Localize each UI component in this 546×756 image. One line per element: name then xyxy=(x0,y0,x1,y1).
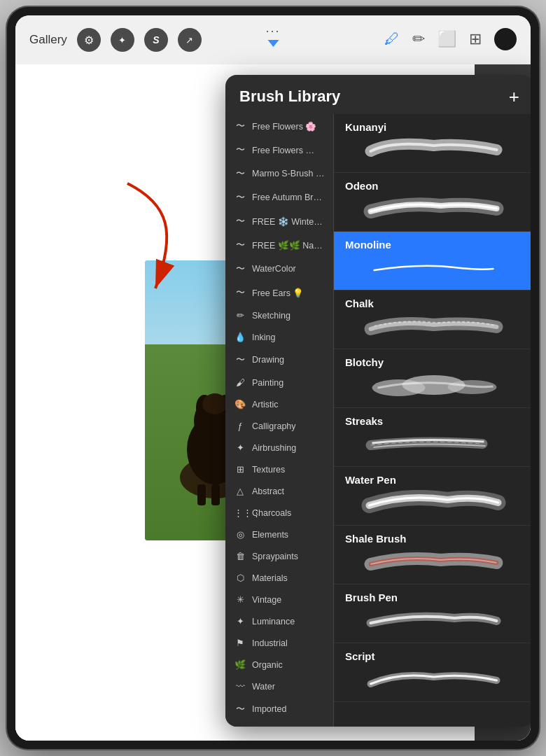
brush-name-chalk: Chalk xyxy=(345,298,522,309)
brush-item-blotchy[interactable]: Blotchy xyxy=(334,349,531,408)
panel-title: Brush Library xyxy=(239,88,340,106)
top-center: ··· xyxy=(265,24,280,47)
category-item-spraypaints[interactable]: 🗑Spraypaints xyxy=(225,545,333,567)
cat-icon-industrial: ⚑ xyxy=(234,638,246,648)
category-item-industrial[interactable]: ⚑Industrial xyxy=(225,632,333,654)
eraser-tool-icon[interactable]: ⬜ xyxy=(438,30,456,48)
cat-icon-imported: 〜 xyxy=(234,703,246,715)
category-item-charcoals[interactable]: ⋮⋮⋮Charcoals xyxy=(225,502,333,524)
gallery-button[interactable]: Gallery xyxy=(29,33,67,47)
cat-label-marmo: Marmo S-Brush Pack xyxy=(252,169,325,178)
category-item-organic[interactable]: 🌿Organic xyxy=(225,654,333,676)
brush-preview-chalk xyxy=(345,314,522,342)
cat-icon-drawing: 〜 xyxy=(234,354,246,366)
brush-stroke-water-pen xyxy=(345,490,522,518)
cat-label-inking: Inking xyxy=(252,332,275,342)
smudge-icon[interactable]: S xyxy=(144,28,168,52)
category-item-free-flowers[interactable]: 〜Free Flowers 🌸 xyxy=(225,114,333,138)
brush-item-kunanyi[interactable]: Kunanyi xyxy=(334,114,531,173)
category-item-materials[interactable]: ⬡Materials xyxy=(225,567,333,589)
category-item-elements[interactable]: ◎Elements xyxy=(225,524,333,545)
brush-preview-brush-pen xyxy=(345,608,522,636)
brush-stroke-kunanyi xyxy=(345,137,522,165)
brush-stroke-script xyxy=(345,666,522,694)
brush-name-streaks: Streaks xyxy=(345,415,522,427)
category-item-free-flowers-v2[interactable]: 〜Free Flowers 🌺 V.2 xyxy=(225,138,333,162)
category-item-free-winter[interactable]: 〜FREE ❄️ Winter N... xyxy=(225,209,333,233)
category-item-abstract[interactable]: △Abstract xyxy=(225,480,333,502)
cat-label-free-winter: FREE ❄️ Winter N... xyxy=(252,216,325,227)
cat-icon-elements: ◎ xyxy=(234,529,246,540)
brush-item-shale-brush[interactable]: Shale Brush xyxy=(334,526,531,584)
cat-label-free-flowers: Free Flowers 🌸 xyxy=(252,121,316,132)
cat-label-textures: Textures xyxy=(252,465,285,475)
ipad-frame: Gallery ⚙ ✦ S ↗ ··· 🖊 ✏ ⬜ ⊞ xyxy=(7,7,539,749)
brush-stroke-streaks xyxy=(345,431,522,459)
layers-icon[interactable]: ⊞ xyxy=(469,30,482,48)
smudge-tool-icon[interactable]: ✏ xyxy=(412,30,425,48)
category-item-luminance[interactable]: ✦Luminance xyxy=(225,610,333,632)
category-item-free-nature[interactable]: 〜FREE 🌿🌿 Nature xyxy=(225,233,333,257)
wrench-icon[interactable]: ⚙ xyxy=(77,28,101,52)
category-item-sketching[interactable]: ✏Sketching xyxy=(225,304,333,326)
cat-icon-marmo: 〜 xyxy=(234,167,246,180)
brush-name-shale-brush: Shale Brush xyxy=(345,533,522,545)
add-brush-button[interactable]: + xyxy=(509,88,519,106)
category-item-artistic[interactable]: 🎨Artistic xyxy=(225,393,333,415)
cat-icon-painting: 🖌 xyxy=(234,377,246,388)
dropdown-indicator xyxy=(267,40,279,47)
category-item-painting[interactable]: 🖌Painting xyxy=(225,372,333,393)
cat-icon-artistic: 🎨 xyxy=(234,399,246,410)
category-item-water[interactable]: 〰Water xyxy=(225,676,333,697)
category-item-marmo[interactable]: 〜Marmo S-Brush Pack xyxy=(225,162,333,186)
brush-item-monoline[interactable]: Monoline xyxy=(334,232,531,290)
cat-label-free-autumn: Free Autumn Brushes... xyxy=(252,192,325,202)
category-item-vintage[interactable]: ✳Vintage xyxy=(225,589,333,610)
top-bar-left: Gallery ⚙ ✦ S ↗ xyxy=(29,28,202,52)
cat-label-free-nature: FREE 🌿🌿 Nature xyxy=(252,240,325,251)
brush-item-streaks[interactable]: Streaks xyxy=(334,408,531,467)
category-item-free-ears[interactable]: 〜Free Ears 💡 xyxy=(225,281,333,304)
cat-icon-water: 〰 xyxy=(234,681,246,692)
category-list: 〜Free Flowers 🌸〜Free Flowers 🌺 V.2〜Marmo… xyxy=(225,114,334,727)
category-item-imported[interactable]: 〜Imported xyxy=(225,697,333,721)
brush-stroke-blotchy xyxy=(345,372,522,400)
cat-label-imported: Imported xyxy=(252,704,286,714)
brush-item-odeon[interactable]: Odeon xyxy=(334,173,531,232)
category-item-drawing[interactable]: 〜Drawing xyxy=(225,348,333,372)
magic-wand-icon[interactable]: ✦ xyxy=(111,28,134,52)
cat-icon-airbrushing: ✦ xyxy=(234,442,246,453)
brush-tool-icon[interactable]: 🖊 xyxy=(384,30,400,48)
brush-name-monoline: Monoline xyxy=(345,239,522,251)
transform-icon[interactable]: ↗ xyxy=(178,28,202,52)
brush-stroke-monoline xyxy=(345,255,522,283)
brush-name-water-pen: Water Pen xyxy=(345,474,522,486)
brush-preview-odeon xyxy=(345,196,522,224)
cat-label-drawing: Drawing xyxy=(252,355,284,365)
red-arrow xyxy=(85,176,211,333)
cat-label-watercolor: WaterColor xyxy=(252,264,296,274)
category-item-airbrushing[interactable]: ✦Airbrushing xyxy=(225,437,333,458)
cat-icon-free-flowers: 〜 xyxy=(234,120,246,132)
brush-item-brush-pen[interactable]: Brush Pen xyxy=(334,584,531,643)
cat-icon-materials: ⬡ xyxy=(234,573,246,583)
category-item-textures[interactable]: ⊞Textures xyxy=(225,458,333,480)
cat-icon-luminance: ✦ xyxy=(234,616,246,626)
dots-menu[interactable]: ··· xyxy=(265,24,280,38)
brush-item-water-pen[interactable]: Water Pen xyxy=(334,467,531,526)
cat-label-vintage: Vintage xyxy=(252,595,281,605)
color-picker[interactable] xyxy=(494,28,517,50)
brush-stroke-shale-brush xyxy=(345,549,522,577)
category-item-watercolor[interactable]: 〜WaterColor xyxy=(225,257,333,281)
brush-preview-monoline xyxy=(345,255,522,283)
cat-label-water: Water xyxy=(252,682,275,692)
brush-item-script[interactable]: Script xyxy=(334,643,531,702)
category-item-free-autumn[interactable]: 〜Free Autumn Brushes... xyxy=(225,186,333,209)
brush-name-brush-pen: Brush Pen xyxy=(345,592,522,603)
cat-label-calligraphy: Calligraphy xyxy=(252,421,296,431)
brush-item-chalk[interactable]: Chalk xyxy=(334,290,531,349)
category-item-inking[interactable]: 💧Inking xyxy=(225,326,333,348)
cat-label-industrial: Industrial xyxy=(252,638,288,648)
cat-icon-abstract: △ xyxy=(234,486,246,496)
category-item-calligraphy[interactable]: ƒCalligraphy xyxy=(225,415,333,437)
